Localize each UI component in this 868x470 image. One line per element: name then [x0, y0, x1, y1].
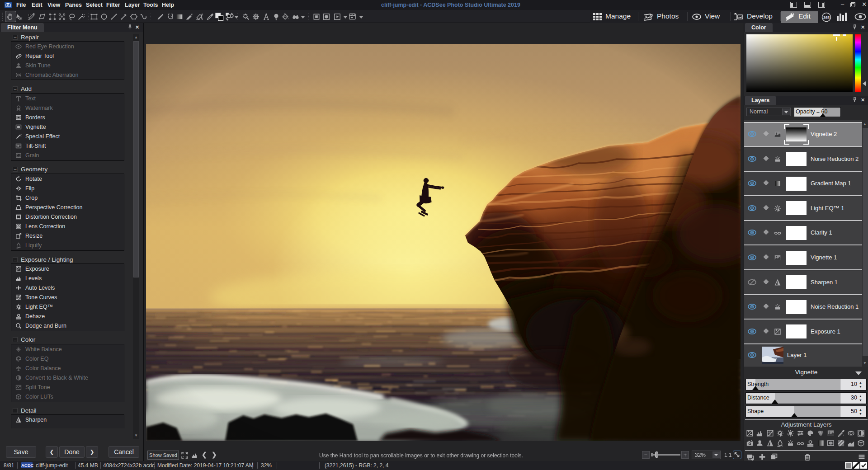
svg-text:365: 365	[823, 15, 830, 20]
